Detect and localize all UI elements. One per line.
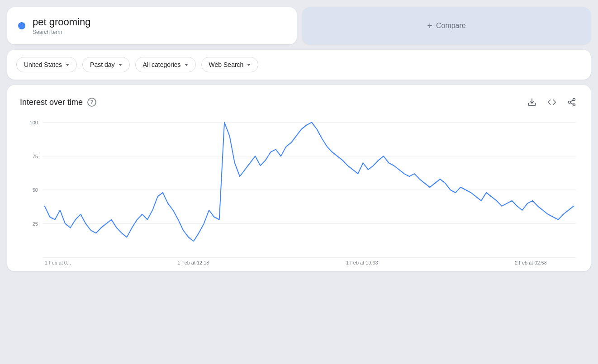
- filter-search-type-label: Web Search: [209, 61, 244, 68]
- compare-card[interactable]: + Compare: [302, 7, 591, 44]
- search-term-main: pet grooming: [33, 16, 90, 28]
- filter-timerange-label: Past day: [90, 61, 114, 68]
- svg-text:1 Feb at 0...: 1 Feb at 0...: [45, 260, 71, 265]
- chevron-down-icon: [247, 64, 251, 66]
- chart-actions: [526, 96, 578, 109]
- svg-text:1 Feb at 12:18: 1 Feb at 12:18: [177, 260, 209, 265]
- chart-title: Interest over time: [20, 98, 83, 107]
- filter-region[interactable]: United States: [16, 57, 77, 72]
- filter-category-label: All categories: [143, 61, 181, 68]
- svg-text:100: 100: [30, 120, 38, 125]
- filters-bar: United States Past day All categories We…: [7, 50, 591, 80]
- chart-header: Interest over time ?: [20, 96, 578, 109]
- share-button[interactable]: [565, 96, 578, 109]
- help-icon[interactable]: ?: [87, 98, 96, 107]
- chart-title-area: Interest over time ?: [20, 98, 96, 107]
- chevron-down-icon: [185, 64, 188, 66]
- svg-text:75: 75: [33, 153, 38, 159]
- svg-line-4: [570, 103, 573, 104]
- chart-area: 100 75 50 25 1 Feb at 0... 1 Feb at 12:1…: [20, 118, 578, 262]
- compare-label: Compare: [436, 22, 466, 30]
- svg-text:2 Feb at 02:58: 2 Feb at 02:58: [515, 260, 546, 265]
- svg-text:50: 50: [33, 187, 38, 193]
- chevron-down-icon: [66, 64, 69, 66]
- svg-text:25: 25: [33, 221, 38, 227]
- filter-timerange[interactable]: Past day: [82, 57, 129, 72]
- embed-button[interactable]: [546, 96, 558, 109]
- search-term-text: pet grooming Search term: [33, 16, 90, 35]
- compare-plus-icon: +: [427, 21, 432, 31]
- filter-search-type[interactable]: Web Search: [201, 57, 259, 72]
- filter-region-label: United States: [24, 61, 62, 68]
- search-dot-indicator: [18, 22, 25, 29]
- chevron-down-icon: [119, 64, 122, 66]
- download-button[interactable]: [526, 96, 538, 109]
- svg-text:1 Feb at 19:38: 1 Feb at 19:38: [346, 260, 378, 265]
- search-term-card: pet grooming Search term: [7, 7, 297, 44]
- search-term-sublabel: Search term: [33, 29, 90, 35]
- svg-line-5: [570, 100, 573, 101]
- filter-category[interactable]: All categories: [135, 57, 196, 72]
- interest-over-time-card: Interest over time ?: [7, 85, 591, 271]
